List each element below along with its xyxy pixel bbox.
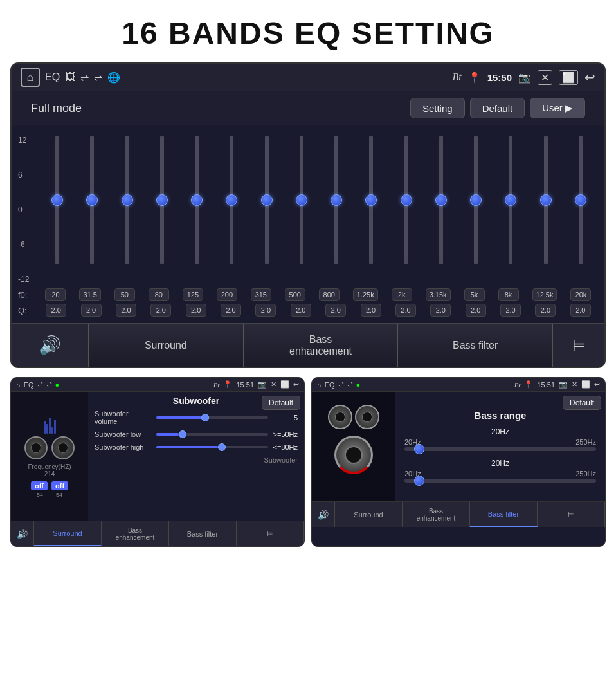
slider-col-1 (90, 136, 94, 284)
sub1-close-icon[interactable]: ✕ (271, 380, 276, 389)
sub2-track1[interactable] (404, 447, 596, 451)
sub1-default-button[interactable]: Default (262, 396, 300, 410)
fill-top-9 (369, 136, 373, 200)
sub1-status-right: Bt 📍 15:51 📷 ✕ ⬜ ↩ (213, 380, 299, 389)
sub1-loc-icon: 📍 (223, 380, 232, 389)
sub2-eq-icon: EQ (325, 381, 335, 389)
bass-filter-button[interactable]: Bass filter (398, 324, 553, 367)
default-button[interactable]: Default (470, 98, 525, 118)
sub2-thumb2[interactable] (414, 476, 424, 486)
image-icon: 🖼 (65, 71, 75, 83)
fill-bottom-0 (55, 200, 59, 264)
fill-bottom-1 (90, 200, 94, 264)
sub1-surround-tab[interactable]: Surround (34, 521, 102, 546)
slider-thumb-11[interactable] (435, 194, 447, 206)
slider-track-6[interactable] (265, 136, 269, 264)
slider-thumb-9[interactable] (365, 194, 377, 206)
bass-enhancement-button[interactable]: Bass enhancement (244, 324, 399, 367)
slider-thumb-3[interactable] (156, 194, 168, 206)
freq-val-9: 1.25k (353, 288, 378, 301)
status-bar: ⌂ EQ 🖼 ⇌ ⇌ 🌐 Bt 📍 15:50 📷 ✕ ⬜ ↩ (12, 64, 604, 91)
freq-val-8: 800 (319, 288, 340, 301)
fill-bottom-4 (195, 200, 199, 264)
fill-top-0 (55, 136, 59, 200)
slider-thumb-0[interactable] (51, 194, 63, 206)
sub2-close-icon[interactable]: ✕ (572, 380, 577, 389)
screen-icon[interactable]: ⬜ (559, 70, 578, 85)
sub2-surround-tab[interactable]: Surround (335, 502, 403, 527)
slider-thumb-7[interactable] (296, 194, 307, 206)
sub1-bass-filt-tab[interactable]: Bass filter (169, 521, 237, 546)
slider-track-15[interactable] (579, 136, 583, 264)
slider-track-2[interactable] (125, 136, 129, 264)
slider-track-8[interactable] (334, 136, 338, 264)
sub1-vol-val: 5 (272, 414, 298, 421)
status-right: Bt 📍 15:50 📷 ✕ ⬜ ↩ (452, 69, 595, 85)
slider-thumb-4[interactable] (191, 194, 203, 206)
slider-track-9[interactable] (369, 136, 373, 264)
slider-thumb-13[interactable] (505, 194, 516, 206)
slider-track-12[interactable] (474, 136, 478, 264)
surround-button[interactable]: Surround (89, 324, 244, 367)
setting-button[interactable]: Setting (410, 98, 465, 118)
slider-thumb-10[interactable] (401, 194, 412, 206)
sub2-back-icon[interactable]: ↩ (594, 380, 600, 389)
sub1-back-icon[interactable]: ↩ (293, 380, 299, 389)
sub2-default-button[interactable]: Default (563, 396, 601, 410)
sub1-high-label: Subwoofer high (95, 443, 152, 451)
slider-track-7[interactable] (300, 136, 303, 264)
slider-thumb-8[interactable] (331, 194, 342, 206)
fill-top-13 (509, 136, 512, 200)
eq-panel: ⌂ EQ 🖼 ⇌ ⇌ 🌐 Bt 📍 15:50 📷 ✕ ⬜ ↩ Full mod… (10, 62, 606, 368)
sub1-controls: Subwoofer Subwoofer volume 5 Subwoofer l… (88, 392, 304, 521)
fill-bottom-10 (404, 200, 408, 264)
sub1-mixer-tab[interactable]: ⊨ (237, 521, 304, 546)
sub1-off-badge1: off (31, 481, 48, 490)
subwoofer-panel: ⌂ EQ ⇌ ⇌ ● Bt 📍 15:51 📷 ✕ ⬜ ↩ Default (10, 377, 305, 547)
slider-thumb-6[interactable] (261, 194, 273, 206)
home-button[interactable]: ⌂ (21, 68, 40, 87)
usb-icon1: ⇌ (80, 71, 89, 84)
user-button[interactable]: User ▶ (530, 98, 585, 118)
sub1-screen-icon[interactable]: ⬜ (280, 380, 289, 389)
slider-thumb-2[interactable] (122, 194, 133, 206)
slider-thumb-15[interactable] (575, 194, 586, 206)
slider-track-5[interactable] (230, 136, 233, 264)
close-icon[interactable]: ✕ (538, 70, 552, 85)
slider-track-4[interactable] (195, 136, 199, 264)
q-val-8: 2.0 (325, 304, 346, 317)
sub1-bt-icon: Bt (213, 381, 220, 389)
sub1-freq-mini: Frequency(HZ)214 (28, 463, 71, 477)
sub2-bass-enh-tab[interactable]: Bassenhancement (403, 502, 470, 527)
slider-track-11[interactable] (439, 136, 443, 264)
q-val-3: 2.0 (150, 304, 171, 317)
slider-track-13[interactable] (509, 136, 512, 264)
eq-scale: 12 6 0 -6 -12 (18, 136, 29, 284)
slider-track-0[interactable] (55, 136, 59, 264)
sub2-mixer-tab[interactable]: ⊨ (538, 502, 605, 527)
sub1-bass-enh-tab[interactable]: Bassenhancement (102, 521, 169, 546)
sub1-vol-slider[interactable] (156, 416, 268, 419)
fill-bottom-13 (509, 200, 512, 264)
sub1-high-slider[interactable] (156, 446, 268, 448)
slider-track-3[interactable] (160, 136, 164, 264)
sub1-low-slider[interactable] (156, 433, 268, 436)
slider-track-14[interactable] (544, 136, 548, 264)
sub2-net-icon: ● (356, 381, 361, 389)
slider-thumb-1[interactable] (86, 194, 98, 206)
mixer-icon[interactable]: ⊨ (553, 324, 604, 367)
back-icon[interactable]: ↩ (584, 69, 595, 85)
sub2-track2[interactable] (404, 479, 596, 483)
sub1-usb1-icon: ⇌ (37, 380, 43, 389)
sub2-screen-icon[interactable]: ⬜ (581, 380, 590, 389)
q-prefix: Q: (18, 306, 36, 315)
sub2-thumb1[interactable] (414, 444, 424, 454)
sub2-bass-filt-tab[interactable]: Bass filter (470, 502, 538, 527)
sub1-bottom-vol: 🔊 (11, 521, 34, 546)
slider-thumb-5[interactable] (226, 194, 237, 206)
slider-thumb-14[interactable] (540, 194, 552, 206)
slider-track-1[interactable] (90, 136, 94, 264)
slider-track-10[interactable] (404, 136, 408, 264)
slider-thumb-12[interactable] (470, 194, 482, 206)
bluetooth-icon: Bt (452, 71, 461, 83)
